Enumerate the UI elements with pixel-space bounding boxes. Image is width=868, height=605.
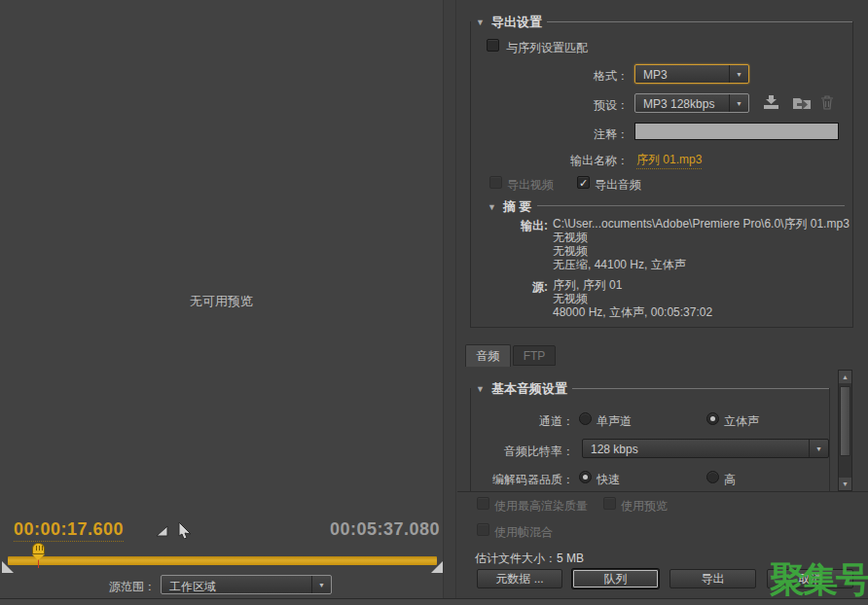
- output-name-label: 输出名称：: [457, 153, 629, 169]
- use-frame-blending-checkbox[interactable]: [477, 523, 489, 536]
- export-button[interactable]: 导出: [669, 569, 756, 588]
- delete-preset-icon[interactable]: [819, 94, 835, 115]
- channels-label: 通道：: [457, 413, 574, 430]
- current-timecode[interactable]: 00:00:17.600: [14, 519, 124, 542]
- quality-fast-label: 快速: [597, 472, 620, 488]
- comment-label: 注释：: [457, 126, 629, 143]
- summary-output-label: 输出:: [457, 218, 548, 234]
- playhead[interactable]: [32, 543, 45, 554]
- import-preset-icon[interactable]: [791, 94, 813, 115]
- timeline-bar[interactable]: [8, 556, 437, 565]
- timeline-left-handle[interactable]: [2, 561, 14, 573]
- export-settings-header[interactable]: ▼导出设置: [471, 14, 547, 31]
- playhead-tip: [32, 554, 45, 560]
- use-frame-blending-label: 使用帧混合: [494, 524, 553, 541]
- channel-stereo-radio[interactable]: [706, 412, 719, 425]
- summary-rule: [516, 205, 845, 206]
- summary-output-lines: C:\User...ocuments\Adobe\Premiere Pro\6.…: [553, 217, 850, 271]
- scroll-down-icon[interactable]: ▼: [839, 478, 851, 490]
- source-range-dropdown[interactable]: 工作区域 ▼: [161, 575, 332, 594]
- metadata-button[interactable]: 元数据 ...: [477, 569, 562, 588]
- cursor-arrow-icon: [176, 520, 194, 543]
- format-label: 格式：: [457, 68, 629, 85]
- preset-dropdown[interactable]: MP3 128kbps ▼: [634, 93, 749, 113]
- quality-fast-radio[interactable]: [579, 471, 592, 483]
- source-range-value: 工作区域: [169, 579, 216, 595]
- watermark: 聚集号: [770, 556, 868, 604]
- collapse-triangle-icon: ▼: [488, 202, 496, 212]
- export-settings-rule: [496, 21, 852, 22]
- collapse-triangle-icon: ▼: [476, 384, 485, 394]
- dropdown-arrow-icon: ▼: [729, 94, 748, 112]
- tab-audio[interactable]: 音频: [465, 344, 511, 367]
- bitrate-dropdown[interactable]: 128 kbps ▼: [582, 439, 829, 458]
- dropdown-arrow-icon: ▼: [311, 576, 331, 593]
- duration-timecode: 00:05:37.080: [243, 519, 440, 540]
- summary-header[interactable]: ▼摘 要: [483, 198, 537, 216]
- comment-input[interactable]: [634, 123, 839, 140]
- estimated-size: 估计文件大小：5 MB: [475, 551, 584, 567]
- summary-source-label: 源:: [457, 279, 548, 296]
- export-video-label: 导出视频: [507, 177, 554, 194]
- match-sequence-label: 与序列设置匹配: [506, 40, 588, 56]
- source-range-label: 源范围：: [109, 579, 156, 595]
- match-sequence-checkbox[interactable]: [487, 39, 499, 52]
- queue-button[interactable]: 队列: [572, 569, 659, 588]
- preview-panel: 无可用预览 00:00:17.600 00:05:37.080 源范围： 工作区…: [0, 0, 443, 605]
- export-video-checkbox[interactable]: [489, 176, 502, 189]
- format-dropdown[interactable]: MP3 ▼: [634, 64, 749, 84]
- basic-audio-header[interactable]: ▼基本音频设置: [471, 380, 572, 398]
- estimated-size-value: 5 MB: [557, 552, 584, 565]
- export-settings-panel: ▼导出设置 与序列设置匹配 格式： MP3 ▼ 预设： MP3 128kbps …: [457, 0, 868, 605]
- use-max-quality-label: 使用最高渲染质量: [494, 498, 588, 515]
- channel-stereo-label: 立体声: [724, 413, 759, 430]
- footer-separator: [457, 491, 868, 492]
- window-bottom-edge: [0, 598, 868, 605]
- channel-mono-label: 单声道: [597, 413, 632, 430]
- channel-mono-radio[interactable]: [579, 412, 592, 425]
- scrollbar-thumb[interactable]: [840, 386, 850, 456]
- scroll-up-icon[interactable]: ▲: [839, 371, 851, 383]
- checkmark-icon: ✓: [579, 177, 588, 189]
- use-max-quality-checkbox[interactable]: [477, 497, 489, 510]
- bitrate-label: 音频比特率：: [457, 444, 574, 460]
- dropdown-arrow-icon: ▼: [729, 65, 748, 83]
- preset-value: MP3 128kbps: [643, 97, 714, 111]
- scrollbar[interactable]: ▲ ▼: [838, 370, 852, 491]
- panel-divider-line: [455, 0, 456, 605]
- bitrate-value: 128 kbps: [591, 443, 638, 456]
- cursor-artifact-icon: [154, 522, 170, 543]
- timeline-right-handle[interactable]: [431, 561, 443, 573]
- audio-tab-content: ▼基本音频设置 通道： 单声道 立体声 音频比特率： 128 kbps ▼ 编解…: [457, 367, 868, 491]
- use-previews-label: 使用预览: [621, 498, 668, 515]
- use-previews-checkbox[interactable]: [603, 497, 616, 510]
- summary-source-lines: 序列, 序列 01 无视频 48000 Hz, 立体声, 00:05:37:02: [553, 278, 712, 319]
- save-preset-icon[interactable]: [762, 94, 780, 115]
- format-value: MP3: [643, 68, 668, 82]
- panel-divider[interactable]: [443, 0, 444, 605]
- preset-label: 预设：: [457, 97, 629, 114]
- output-name-link[interactable]: 序列 01.mp3: [636, 152, 702, 169]
- export-audio-checkbox[interactable]: ✓: [577, 176, 590, 189]
- dropdown-arrow-icon: ▼: [809, 440, 828, 457]
- quality-high-label: 高: [724, 472, 736, 488]
- codec-quality-label: 编解码器品质：: [457, 472, 574, 488]
- tab-ftp[interactable]: FTP: [513, 345, 556, 366]
- quality-high-radio[interactable]: [706, 471, 719, 483]
- export-audio-label: 导出音频: [595, 177, 641, 194]
- no-preview-text: 无可用预览: [0, 293, 443, 310]
- collapse-triangle-icon: ▼: [476, 18, 485, 27]
